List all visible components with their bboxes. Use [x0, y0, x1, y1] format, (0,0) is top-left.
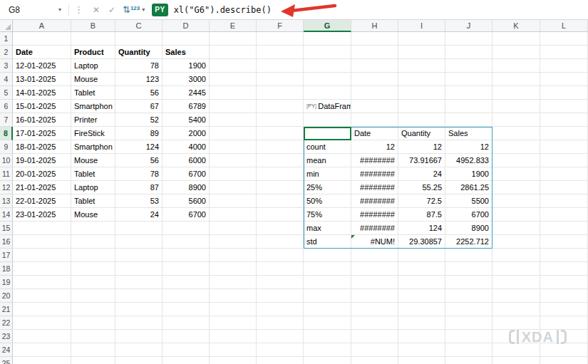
cell-L24[interactable]: [540, 343, 588, 357]
cell-A3[interactable]: 12-01-2025: [13, 59, 71, 73]
cell-J19[interactable]: [445, 276, 492, 289]
cell-B8[interactable]: FireStick: [71, 127, 115, 140]
cell-L18[interactable]: [540, 262, 588, 276]
cell-I2[interactable]: [398, 46, 445, 59]
cell-F7[interactable]: [257, 113, 304, 127]
cell-E6[interactable]: [210, 100, 257, 113]
cell-C20[interactable]: [115, 289, 163, 303]
cell-G3[interactable]: [304, 59, 351, 73]
cell-I7[interactable]: [398, 113, 445, 127]
cell-C2[interactable]: Quantity: [115, 46, 163, 59]
cell-A25[interactable]: [13, 357, 71, 364]
cell-F13[interactable]: [257, 194, 304, 208]
cell-F1[interactable]: [257, 32, 304, 46]
cell-D21[interactable]: [163, 303, 210, 316]
cell-F16[interactable]: [257, 235, 304, 249]
cell-I3[interactable]: [398, 59, 445, 73]
cell-I21[interactable]: [398, 303, 445, 316]
cell-D14[interactable]: 6700: [163, 208, 210, 222]
cell-K3[interactable]: [492, 59, 540, 73]
cell-L10[interactable]: [540, 154, 588, 167]
column-header-B[interactable]: B: [71, 20, 115, 32]
cell-H16[interactable]: #NUM!: [351, 235, 398, 249]
column-header-K[interactable]: K: [492, 20, 540, 32]
cell-H18[interactable]: [351, 262, 398, 276]
cell-G22[interactable]: [304, 316, 351, 330]
cell-I22[interactable]: [398, 316, 445, 330]
cell-I5[interactable]: [398, 86, 445, 100]
cell-L6[interactable]: [540, 100, 588, 113]
cell-L16[interactable]: [540, 235, 588, 249]
cell-H14[interactable]: ########: [351, 208, 398, 222]
python-output-type-icon[interactable]: ⇅ 123 ▾: [123, 5, 145, 14]
cell-J22[interactable]: [445, 316, 492, 330]
cell-G20[interactable]: [304, 289, 351, 303]
cell-E4[interactable]: [210, 73, 257, 86]
cell-I15[interactable]: 124: [398, 222, 445, 235]
cell-F20[interactable]: [257, 289, 304, 303]
cell-L4[interactable]: [540, 73, 588, 86]
row-header-15[interactable]: 15: [0, 222, 13, 235]
row-header-10[interactable]: 10: [0, 154, 13, 167]
cell-J17[interactable]: [445, 249, 492, 262]
cell-J25[interactable]: [445, 357, 492, 364]
cell-I14[interactable]: 87.5: [398, 208, 445, 222]
cell-D5[interactable]: 2445: [163, 86, 210, 100]
cell-E20[interactable]: [210, 289, 257, 303]
cell-G7[interactable]: [304, 113, 351, 127]
row-header-14[interactable]: 14: [0, 208, 13, 222]
cell-B3[interactable]: Laptop: [71, 59, 115, 73]
cell-J6[interactable]: [445, 100, 492, 113]
cell-E9[interactable]: [210, 140, 257, 154]
cell-G14[interactable]: 75%: [304, 208, 351, 222]
cell-K8[interactable]: [492, 127, 540, 140]
cell-A17[interactable]: [13, 249, 71, 262]
cell-D4[interactable]: 3000: [163, 73, 210, 86]
cell-L15[interactable]: [540, 222, 588, 235]
cell-B20[interactable]: [71, 289, 115, 303]
cell-C10[interactable]: 56: [115, 154, 163, 167]
row-header-17[interactable]: 17: [0, 249, 13, 262]
row-header-19[interactable]: 19: [0, 276, 13, 289]
cell-A6[interactable]: 15-01-2025: [13, 100, 71, 113]
cell-I17[interactable]: [398, 249, 445, 262]
column-header-C[interactable]: C: [115, 20, 163, 32]
cell-F11[interactable]: [257, 167, 304, 181]
cell-A7[interactable]: 16-01-2025: [13, 113, 71, 127]
cell-H25[interactable]: [351, 357, 398, 364]
cell-C14[interactable]: 24: [115, 208, 163, 222]
cell-D6[interactable]: 6789: [163, 100, 210, 113]
cell-B2[interactable]: Product: [71, 46, 115, 59]
cell-K1[interactable]: [492, 32, 540, 46]
cell-D19[interactable]: [163, 276, 210, 289]
cell-D8[interactable]: 2000: [163, 127, 210, 140]
row-header-21[interactable]: 21: [0, 303, 13, 316]
cell-I13[interactable]: 72.5: [398, 194, 445, 208]
cell-K5[interactable]: [492, 86, 540, 100]
cell-J10[interactable]: 4952.833: [445, 154, 492, 167]
cell-L12[interactable]: [540, 181, 588, 194]
cell-A23[interactable]: [13, 330, 71, 343]
cell-H19[interactable]: [351, 276, 398, 289]
cell-F5[interactable]: [257, 86, 304, 100]
cell-G13[interactable]: 50%: [304, 194, 351, 208]
cell-A16[interactable]: [13, 235, 71, 249]
cell-D7[interactable]: 5400: [163, 113, 210, 127]
enter-icon[interactable]: ✓: [104, 2, 120, 18]
cell-A14[interactable]: 23-01-2025: [13, 208, 71, 222]
cell-G2[interactable]: [304, 46, 351, 59]
cell-H15[interactable]: ########: [351, 222, 398, 235]
cell-L9[interactable]: [540, 140, 588, 154]
cell-F9[interactable]: [257, 140, 304, 154]
cell-G25[interactable]: [304, 357, 351, 364]
row-header-16[interactable]: 16: [0, 235, 13, 249]
row-header-13[interactable]: 13: [0, 194, 13, 208]
cell-K7[interactable]: [492, 113, 540, 127]
cell-E22[interactable]: [210, 316, 257, 330]
cell-E10[interactable]: [210, 154, 257, 167]
cell-E18[interactable]: [210, 262, 257, 276]
row-header-8[interactable]: 8: [0, 127, 13, 140]
column-header-F[interactable]: F: [257, 20, 304, 32]
cell-A1[interactable]: [13, 32, 71, 46]
cell-K16[interactable]: [492, 235, 540, 249]
